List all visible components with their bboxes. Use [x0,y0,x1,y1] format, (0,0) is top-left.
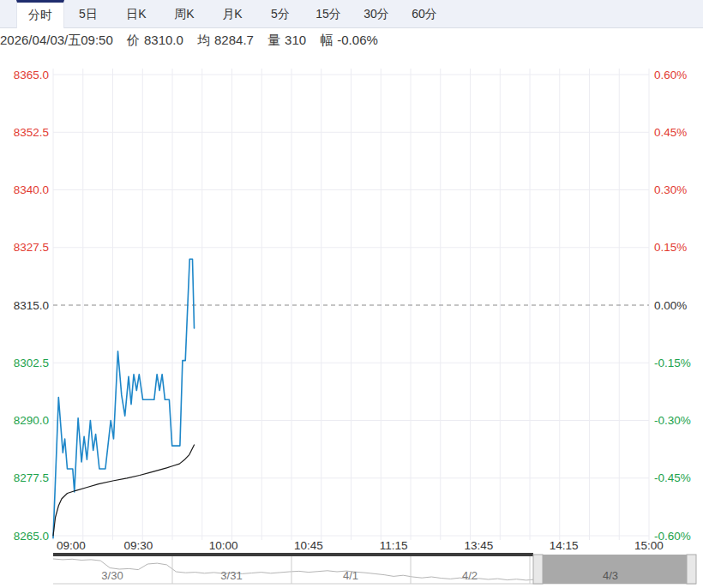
percent-axis-label: 0.15% [654,241,687,254]
change-value: -0.06% [337,33,378,47]
price-axis-label: 8277.5 [14,471,49,484]
navigator-day-3-31[interactable]: 3/31 [220,569,242,582]
percent-axis-label: 0.60% [654,69,687,81]
navigator-day-3-30[interactable]: 3/30 [101,569,123,582]
navigator-day-selected[interactable]: 4/3 [603,569,618,582]
price-axis-label: 8265.0 [14,530,49,543]
time-axis-label: 09:30 [123,539,153,552]
time-axis-label: 10:45 [294,539,323,552]
time-axis-label: 10:00 [209,539,238,552]
quote-avg-group: 均8284.7 [197,33,254,47]
percent-axis-label: -0.30% [654,414,691,427]
price-axis-label: 8302.5 [14,357,49,369]
time-axis-label: 09:00 [57,539,86,552]
quote-change-group: 幅-0.06% [320,33,378,47]
price-value: 8310.0 [144,33,183,47]
volume-value: 310 [285,33,306,47]
time-axis-label: 11:15 [380,539,408,552]
price-axis-label: 8327.5 [14,241,49,254]
navigator-top-border [53,553,533,556]
avg-label: 均 [197,33,210,47]
change-label: 幅 [320,33,333,47]
quote-info-bar: 2026/04/03/五09:50 价8310.0 均8284.7 量310 幅… [0,29,703,51]
navigator-handle-right[interactable] [687,555,696,584]
tab-minute[interactable]: 分时 [16,0,64,28]
price-axis-label: 8365.0 [14,69,49,81]
time-axis: 09:0009:3010:0010:4511:1513:4514:1515:00 [57,539,664,552]
price-axis-label: 8290.0 [14,414,49,427]
tab-monthly-k[interactable]: 月K [208,0,256,28]
price-axis-label: 8340.0 [14,183,49,196]
percent-axis: 0.60%0.45%0.30%0.15%0.00%-0.15%-0.30%-0.… [654,69,691,543]
avg-value: 8284.7 [214,33,254,47]
tab-5min[interactable]: 5分 [256,0,304,28]
trading-app-window: 8365.08352.58340.08327.58315.08302.58290… [0,0,703,588]
percent-axis-label: -0.15% [654,357,691,369]
percent-axis-label: 0.00% [654,299,687,312]
time-axis-label: 13:45 [465,539,494,552]
navigator-day-4-2[interactable]: 4/2 [462,569,478,582]
quote-datetime: 2026/04/03/五09:50 [0,33,113,47]
navigator-handle-left[interactable] [533,555,543,584]
date-navigator: 3/303/314/14/24/3 [53,553,696,584]
tab-15min[interactable]: 15分 [304,0,352,28]
tab-5day[interactable]: 5日 [64,0,112,28]
navigator-window[interactable]: 4/3 [533,555,696,584]
tab-30min[interactable]: 30分 [352,0,400,28]
volume-label: 量 [267,33,280,47]
navigator-day-4-1[interactable]: 4/1 [343,569,358,582]
percent-axis-label: 0.30% [654,183,687,196]
tab-60min[interactable]: 60分 [400,0,448,28]
intraday-chart-canvas: 8365.08352.58340.08327.58315.08302.58290… [0,0,703,588]
percent-axis-label: -0.45% [654,471,691,484]
tab-daily-k[interactable]: 日K [112,0,160,28]
price-axis-label: 8352.5 [14,126,49,139]
price-line [53,259,195,538]
percent-axis-label: 0.45% [654,126,687,139]
grid [53,69,649,540]
price-axis-label: 8315.0 [14,299,49,312]
time-axis-label: 14:15 [550,539,579,552]
tab-weekly-k[interactable]: 周K [160,0,208,28]
quote-price-group: 价8310.0 [127,33,183,47]
quote-volume-group: 量310 [267,33,306,47]
time-axis-label: 15:00 [634,539,664,552]
price-axis: 8365.08352.58340.08327.58315.08302.58290… [14,69,49,543]
period-tabbar: 分时5日日K周K月K5分15分30分60分 [0,0,703,28]
price-label: 价 [127,33,140,47]
